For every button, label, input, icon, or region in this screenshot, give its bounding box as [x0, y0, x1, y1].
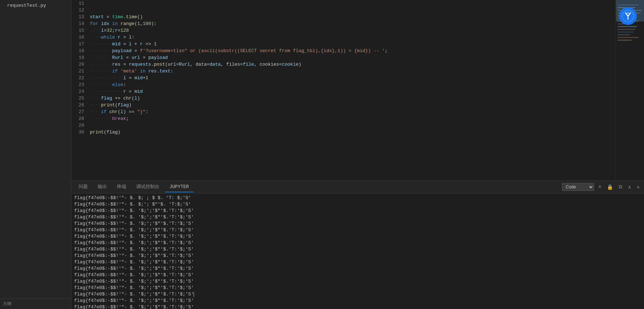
editor-area: 1112131415161718192021222324252627282930… [71, 0, 644, 309]
svg-rect-0 [618, 5, 639, 6]
panel-tab-问题[interactable]: 问题 [74, 181, 92, 193]
code-line: ········mid = l + r >> 1 [90, 41, 615, 47]
terminal-line: flag{f47e0$:-$$!'"- $. $;'; $"'$. 'T:$;'… [74, 201, 641, 208]
terminal-cursor [194, 292, 194, 297]
code-line: ····flag += chr(l) [90, 95, 615, 102]
svg-rect-13 [618, 40, 632, 41]
code-line: start = time.time() [90, 14, 615, 20]
svg-rect-9 [618, 29, 635, 30]
line-number: 27 [71, 108, 84, 115]
panel-tab-终端[interactable]: 终端 [113, 181, 131, 193]
main-layout: requestTest.py 大纲 1112131415161718192021… [0, 0, 644, 309]
terminal-line: flag{f47e0$:-$$!'"- $. '$;';'$"'$.'T:'$;… [74, 272, 641, 278]
terminal-line: flag{f47e0$:-$$!'"- $. '$;';'$"'$.'T:'$;… [74, 208, 641, 214]
code-line [90, 0, 615, 7]
panel-area: 问题输出终端调试控制台JUPYTER Code Markdown Raw ≡ 🔒… [71, 181, 644, 309]
terminal-line: flag{f47e0$:-$$!'"- $. '$;';'$"'$.'T:'$;… [74, 265, 641, 272]
line-number: 28 [71, 115, 84, 122]
code-line: ········payload = f'?username=tlsn" or (… [90, 47, 615, 54]
line-number: 12 [71, 7, 84, 14]
code-line: ········res = requests.post(url=Rurl, da… [90, 61, 615, 68]
logo-area [619, 7, 637, 25]
code-line: for idx in range(1,100): [90, 20, 615, 27]
panel-tabs: 问题输出终端调试控制台JUPYTER Code Markdown Raw ≡ 🔒… [71, 181, 644, 193]
line-number: 29 [71, 122, 84, 129]
minimap [615, 0, 644, 181]
panel-tab-right: Code Markdown Raw ≡ 🔒 ⧉ ∧ ✕ [562, 183, 641, 191]
terminal-line: flag{f47e0$:-$$!'"- $. '$;';'$"'$.'T:'$;… [74, 240, 641, 246]
line-number: 30 [71, 129, 84, 136]
panel-icon-copy[interactable]: ⧉ [617, 183, 624, 191]
terminal-line: flag{f47e0$:-$$!'"- $. $; ; $ $. 'T: $;'… [74, 195, 641, 201]
terminal-line: flag{f47e0$:-$$!'"- $. '$;';'$"'$.'T:'$;… [74, 278, 641, 285]
panel-tab-jupyter[interactable]: JUPYTER [165, 182, 193, 192]
yui-logo-icon [619, 7, 637, 25]
terminal-line: flag{f47e0$:-$$!'"- $. '$;';'$"'$.'T:'$;… [74, 233, 641, 240]
line-number: 23 [71, 81, 84, 88]
terminal-line: flag{f47e0$:-$$!'"- $. '$;';'$"'$.'T:'$;… [74, 291, 641, 298]
panel-icon-expand[interactable]: ∧ [627, 183, 632, 191]
sidebar-file-item[interactable]: requestTest.py [0, 1, 71, 10]
panel-icon-lock[interactable]: 🔒 [605, 183, 614, 191]
line-number: 19 [71, 54, 84, 61]
terminal-line: flag{f47e0$:-$$!'"- $. '$;';'$"'$.'T:'$;… [74, 285, 641, 291]
code-line: ········break; [90, 115, 615, 122]
line-number: 14 [71, 20, 84, 27]
sidebar-bottom-label: 大纲 [0, 298, 71, 309]
panel-icon-list[interactable]: ≡ [597, 183, 603, 191]
terminal-line: flag{f47e0$:-$$!'"- $. '$;';'$"'$.'T:'$;… [74, 227, 641, 233]
line-number: 18 [71, 47, 84, 54]
line-number: 15 [71, 27, 84, 34]
code-line [90, 122, 615, 129]
terminal-line: flag{f47e0$:-$$!'"- $. '$;';'$"'$.'T:'$;… [74, 304, 641, 309]
code-line: print(flag) [90, 129, 615, 136]
line-numbers: 1112131415161718192021222324252627282930 [71, 0, 88, 181]
terminal-line: flag{f47e0$:-$$!'"- $. '$;';'$"'$.'T:'$;… [74, 214, 641, 221]
svg-rect-11 [618, 34, 630, 35]
code-line: ············l = mid+1 [90, 75, 615, 81]
code-content: start = time.time()for idx in range(1,10… [88, 0, 615, 181]
code-line [90, 7, 615, 14]
panel-tab-输出[interactable]: 输出 [93, 181, 111, 193]
svg-rect-12 [618, 37, 639, 38]
line-number: 17 [71, 41, 84, 47]
svg-rect-8 [618, 26, 637, 27]
terminal-line: flag{f47e0$:-$$!'"- $. '$;';'$"'$.'T:'$;… [74, 246, 641, 253]
code-editor[interactable]: 1112131415161718192021222324252627282930… [71, 0, 644, 181]
code-line: ········Rurl = url + payload [90, 54, 615, 61]
code-line: ········if 'meta' in res.text: [90, 68, 615, 75]
terminal-line: flag{f47e0$:-$$!'"- $. '$;';'$"'$.'T:'$;… [74, 259, 641, 265]
line-number: 20 [71, 61, 84, 68]
line-number: 11 [71, 0, 84, 7]
code-line: ····l=32;r=128 [90, 27, 615, 34]
sidebar: requestTest.py 大纲 [0, 0, 71, 309]
line-number: 22 [71, 75, 84, 81]
code-line: ············r = mid [90, 88, 615, 95]
line-number: 25 [71, 95, 84, 102]
terminal-line: flag{f47e0$:-$$!'"- $. '$;';'$"'$.'T:'$;… [74, 221, 641, 227]
panel-dropdown[interactable]: Code Markdown Raw [562, 183, 594, 191]
line-number: 24 [71, 88, 84, 95]
line-number: 16 [71, 34, 84, 41]
code-line: ········else: [90, 81, 615, 88]
panel-icon-close[interactable]: ✕ [635, 183, 641, 191]
terminal-line: flag{f47e0$:-$$!'"- $. '$;';'$"'$.'T:'$;… [74, 253, 641, 259]
svg-rect-10 [618, 32, 633, 33]
code-line: ····if chr(l) == "}": [90, 108, 615, 115]
terminal-content[interactable]: flag{f47e0$:-$$!'"- $. $; ; $ $. 'T: $;'… [71, 193, 644, 309]
panel-tab-调试控制台[interactable]: 调试控制台 [132, 181, 164, 193]
line-number: 26 [71, 102, 84, 108]
line-number: 13 [71, 14, 84, 20]
code-line: ····while r > l: [90, 34, 615, 41]
code-line: ····print(flag) [90, 102, 615, 108]
line-number: 21 [71, 68, 84, 75]
terminal-line: flag{f47e0$:-$$!'"- $. '$;';'$"'$.'T:'$;… [74, 298, 641, 304]
